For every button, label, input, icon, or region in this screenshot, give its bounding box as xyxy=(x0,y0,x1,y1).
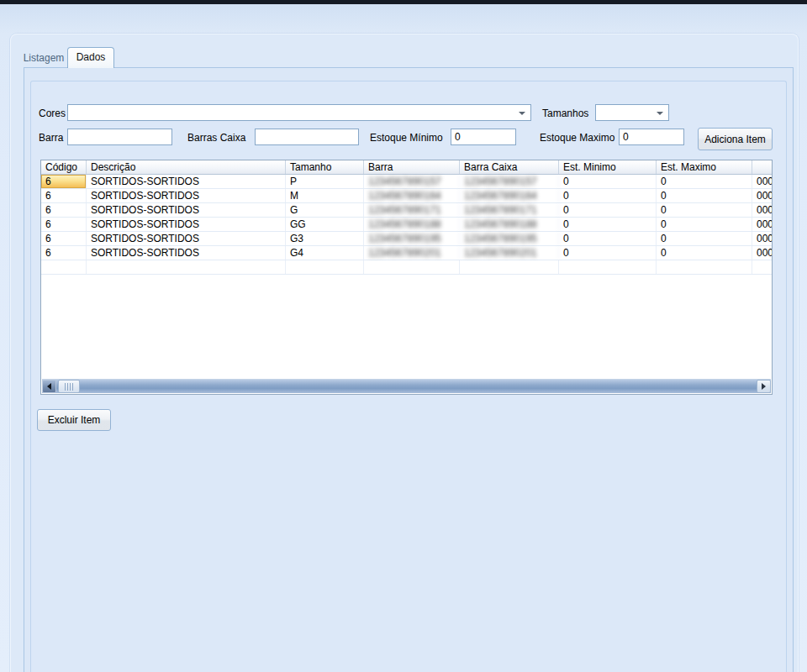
grip-icon xyxy=(65,383,74,391)
window-titlebar xyxy=(0,0,807,4)
cell-tamanho[interactable]: P xyxy=(286,175,364,188)
cell-extra[interactable]: 000 xyxy=(752,189,773,202)
cell-est_minimo[interactable]: 0 xyxy=(559,232,657,245)
column-header-tamanho[interactable]: Tamanho xyxy=(286,160,364,174)
estoque-maximo-label: Estoque Maximo xyxy=(540,132,614,144)
cell-est_maximo[interactable] xyxy=(657,260,752,274)
estoque-minimo-field[interactable] xyxy=(451,129,516,145)
cell-extra[interactable]: 000 xyxy=(752,203,773,217)
cell-tamanho[interactable]: M xyxy=(286,189,364,202)
cell-codigo[interactable]: 6 xyxy=(41,232,87,245)
app-window: Listagem Dados Cores Tamanhos Barra Barr… xyxy=(0,0,807,672)
cell-descricao[interactable]: SORTIDOS-SORTIDOS xyxy=(87,203,286,217)
cell-extra[interactable]: 000 xyxy=(752,246,773,260)
cell-tamanho[interactable] xyxy=(286,260,364,274)
tamanhos-label: Tamanhos xyxy=(542,108,588,119)
cell-barra[interactable]: 1234567890164 xyxy=(364,189,460,202)
cell-est_minimo[interactable]: 0 xyxy=(559,218,657,231)
cell-codigo[interactable] xyxy=(41,260,87,274)
cell-descricao[interactable] xyxy=(87,260,286,274)
cell-descricao[interactable]: SORTIDOS-SORTIDOS xyxy=(87,189,286,202)
cell-descricao[interactable]: SORTIDOS-SORTIDOS xyxy=(87,175,286,188)
barra-label: Barra xyxy=(39,132,63,144)
cell-barra[interactable] xyxy=(364,260,460,274)
column-header-est_maximo[interactable]: Est. Maximo xyxy=(657,160,752,174)
scrollbar-thumb[interactable] xyxy=(58,380,80,393)
cell-barra_caixa[interactable]: 1234567890195 xyxy=(460,232,559,245)
cell-est_maximo[interactable]: 0 xyxy=(657,246,752,260)
excluir-item-button[interactable]: Excluir Item xyxy=(37,409,111,431)
tab-listagem[interactable]: Listagem xyxy=(18,50,69,67)
cores-input[interactable] xyxy=(68,105,530,120)
cell-extra[interactable]: 000 xyxy=(752,175,773,188)
cell-barra[interactable]: 1234567890188 xyxy=(364,218,460,231)
cell-est_maximo[interactable]: 0 xyxy=(657,189,752,202)
cell-barra_caixa[interactable]: 1234567890171 xyxy=(460,203,559,217)
cell-est_maximo[interactable]: 0 xyxy=(657,203,752,217)
cell-barra_caixa[interactable]: 1234567890157 xyxy=(460,175,559,188)
column-header-extra[interactable] xyxy=(752,160,773,174)
cell-tamanho[interactable]: G xyxy=(286,203,364,217)
table-row[interactable]: 6SORTIDOS-SORTIDOSG312345678901951234567… xyxy=(41,232,772,246)
cell-codigo[interactable]: 6 xyxy=(41,218,87,231)
cell-est_minimo[interactable]: 0 xyxy=(559,203,657,217)
cell-codigo[interactable]: 6 xyxy=(41,203,87,217)
barras-caixa-field[interactable] xyxy=(255,129,359,145)
arrow-left-icon xyxy=(47,383,51,390)
cell-barra_caixa[interactable]: 1234567890188 xyxy=(460,218,559,231)
estoque-maximo-field[interactable] xyxy=(619,129,684,145)
cell-barra_caixa[interactable]: 1234567890201 xyxy=(460,246,559,260)
cell-est_maximo[interactable]: 0 xyxy=(657,175,752,188)
table-row[interactable] xyxy=(41,260,772,275)
estoque-minimo-label: Estoque Mínimo xyxy=(370,132,443,144)
cell-est_minimo[interactable]: 0 xyxy=(559,246,657,260)
cell-extra[interactable]: 000 xyxy=(752,218,773,231)
cell-barra_caixa[interactable] xyxy=(460,260,559,274)
cell-codigo[interactable]: 6 xyxy=(41,189,87,202)
grid-body: 6SORTIDOS-SORTIDOSP123456789015712345678… xyxy=(41,175,772,275)
adiciona-item-button[interactable]: Adiciona Item xyxy=(698,128,773,150)
cell-codigo[interactable]: 6 xyxy=(41,246,87,260)
cell-descricao[interactable]: SORTIDOS-SORTIDOS xyxy=(87,246,286,260)
cell-est_minimo[interactable]: 0 xyxy=(559,189,657,202)
table-row[interactable]: 6SORTIDOS-SORTIDOSG123456789017112345678… xyxy=(41,203,772,218)
cell-tamanho[interactable]: G4 xyxy=(286,246,364,260)
cell-barra[interactable]: 1234567890201 xyxy=(364,246,460,260)
column-header-descricao[interactable]: Descrição xyxy=(87,160,286,174)
chevron-down-icon[interactable] xyxy=(519,112,525,115)
cores-combobox[interactable] xyxy=(67,104,531,121)
cell-descricao[interactable]: SORTIDOS-SORTIDOS xyxy=(87,232,286,245)
column-header-est_minimo[interactable]: Est. Minimo xyxy=(559,160,657,174)
tamanhos-combobox[interactable] xyxy=(595,104,669,121)
barras-caixa-label: Barras Caixa xyxy=(187,132,245,144)
cell-est_maximo[interactable]: 0 xyxy=(657,232,752,245)
column-header-barra[interactable]: Barra xyxy=(364,160,460,174)
cell-tamanho[interactable]: GG xyxy=(286,218,364,231)
cell-extra[interactable] xyxy=(752,260,773,274)
cell-extra[interactable]: 000 xyxy=(752,232,773,245)
cell-barra[interactable]: 1234567890195 xyxy=(364,232,460,245)
tab-dados[interactable]: Dados xyxy=(67,47,114,68)
cell-est_minimo[interactable]: 0 xyxy=(559,175,657,188)
cores-label: Cores xyxy=(39,108,66,119)
table-row[interactable]: 6SORTIDOS-SORTIDOSG412345678902011234567… xyxy=(41,246,772,260)
cell-barra[interactable]: 1234567890157 xyxy=(364,175,460,188)
table-row[interactable]: 6SORTIDOS-SORTIDOSGG12345678901881234567… xyxy=(41,218,772,232)
cell-barra_caixa[interactable]: 1234567890164 xyxy=(460,189,559,202)
table-row[interactable]: 6SORTIDOS-SORTIDOSM123456789016412345678… xyxy=(41,189,772,203)
scroll-left-button[interactable] xyxy=(42,380,56,393)
cell-descricao[interactable]: SORTIDOS-SORTIDOS xyxy=(87,218,286,231)
cell-tamanho[interactable]: G3 xyxy=(286,232,364,245)
table-row[interactable]: 6SORTIDOS-SORTIDOSP123456789015712345678… xyxy=(41,175,772,189)
cell-est_maximo[interactable]: 0 xyxy=(657,218,752,231)
column-header-codigo[interactable]: Código xyxy=(41,160,87,174)
barra-field[interactable] xyxy=(67,129,172,145)
column-header-barra_caixa[interactable]: Barra Caixa xyxy=(460,160,559,174)
cell-codigo[interactable]: 6 xyxy=(41,175,87,188)
horizontal-scrollbar[interactable] xyxy=(42,379,771,393)
items-datagrid: CódigoDescriçãoTamanhoBarraBarra CaixaEs… xyxy=(40,160,773,395)
chevron-down-icon[interactable] xyxy=(657,112,663,115)
scroll-right-button[interactable] xyxy=(757,380,771,393)
cell-est_minimo[interactable] xyxy=(559,260,657,274)
cell-barra[interactable]: 1234567890171 xyxy=(364,203,460,217)
